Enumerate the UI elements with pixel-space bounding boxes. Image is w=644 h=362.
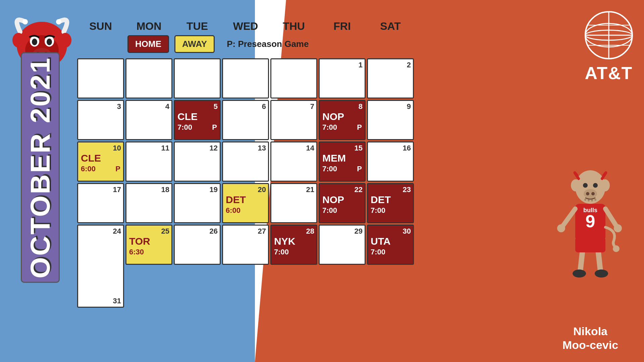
cal-cell: 25TOR6:30 (125, 225, 172, 265)
cell-team-25: TOR (129, 236, 170, 246)
cal-cell: 28NYK7:00 (270, 225, 317, 265)
svg-point-28 (584, 199, 586, 201)
cell-team-28: NYK (274, 236, 315, 246)
header-mon: MON (125, 20, 172, 33)
svg-point-27 (591, 192, 595, 195)
cell-day-30: 30 (403, 227, 411, 236)
cell-team-30: UTA (371, 236, 412, 246)
cell-day-25: 25 (161, 227, 169, 236)
mascot-area: 9 bulls NikolaMoo-cevic (547, 160, 634, 352)
header-sun: SUN (77, 20, 124, 33)
cal-cell: 20DET6:00 (222, 183, 269, 223)
cell-time-15: 7:00 (322, 165, 337, 173)
cell-day-4: 4 (165, 102, 169, 111)
cell-time-10: 6:00 (81, 165, 96, 173)
cell-day-8: 8 (359, 102, 363, 111)
cal-cell: 10CLE6:00P (77, 141, 124, 182)
cell-day-28: 28 (306, 227, 314, 236)
header-wed: WED (222, 20, 269, 33)
cal-cell: 16 (367, 141, 414, 182)
cal-cell: 5CLE7:00P (174, 100, 221, 140)
cell-time-23: 7:00 (371, 206, 385, 215)
cal-cell (174, 58, 221, 99)
svg-point-44 (613, 245, 620, 252)
cell-day-26: 26 (210, 227, 218, 236)
cal-cell: 15MEM7:00P (319, 141, 366, 182)
cell-team-8: NOP (322, 112, 363, 122)
cell-day-18: 18 (161, 185, 169, 194)
cell-team-15: MEM (322, 153, 363, 163)
mascot-illustration: 9 bulls (547, 160, 634, 321)
cal-cell: 14 (270, 141, 317, 182)
cell-time-row-22: 7:00 (322, 206, 362, 215)
svg-point-22 (600, 179, 610, 191)
svg-point-24 (593, 183, 598, 188)
legend: HOME AWAY P: Preseason Game (127, 35, 413, 53)
cell-day-27: 27 (258, 227, 266, 236)
cell-time-8: 7:00 (322, 123, 337, 132)
cell-time-row-10: 6:00P (81, 165, 120, 173)
cal-cell: 4 (125, 100, 172, 140)
cal-cell: 30UTA7:00 (367, 225, 414, 265)
svg-rect-41 (575, 237, 605, 252)
calendar: SUN MON TUE WED THU FRI SAT HOME AWAY P:… (77, 20, 413, 308)
svg-point-31 (594, 199, 596, 201)
cell-preseason-10: P (115, 165, 120, 173)
cal-cell: 21 (270, 183, 317, 223)
cell-time-row-30: 7:00 (371, 248, 410, 256)
cal-cell (270, 58, 317, 99)
header-thu: THU (270, 20, 317, 33)
cal-cell: 1 (319, 58, 366, 99)
cell-time-25: 6:30 (129, 248, 144, 256)
cell-team-22: NOP (322, 195, 363, 205)
cell-time-22: 7:00 (322, 206, 337, 215)
cal-cell: 12 (174, 141, 221, 182)
cell-time-row-5: 7:00P (177, 123, 217, 132)
cal-cell: 27 (222, 225, 269, 265)
day-headers: SUN MON TUE WED THU FRI SAT (77, 20, 413, 33)
cell-day-15: 15 (355, 144, 363, 153)
cal-cell: 17 (77, 183, 124, 223)
cell-time-row-25: 6:30 (129, 248, 169, 256)
cell-team-10: CLE (81, 153, 122, 163)
cell-time-row-20: 6:00 (226, 206, 265, 215)
main-content: OCTOBER 2021 SUN MON TUE WED THU FRI SAT… (0, 0, 644, 362)
cell-preseason-15: P (357, 165, 362, 173)
att-logo: AT&T (584, 10, 634, 83)
month-title-container: OCTOBER 2021 (17, 17, 64, 318)
svg-point-25 (584, 189, 597, 198)
cal-cell-double: 2431 (77, 225, 124, 308)
cal-cell: 13 (222, 141, 269, 182)
cell-day-5: 5 (214, 102, 218, 111)
cal-cell: 22NOP7:00 (319, 183, 366, 223)
cell-time-row-15: 7:00P (322, 165, 362, 173)
cell-time-20: 6:00 (226, 206, 240, 215)
cal-cell (77, 58, 124, 99)
cell-preseason-8: P (357, 123, 362, 132)
svg-text:bulls: bulls (583, 207, 597, 214)
svg-line-36 (605, 209, 617, 227)
cell-team-20: DET (226, 195, 267, 205)
cell-day-12: 12 (210, 144, 218, 153)
svg-point-21 (571, 179, 580, 191)
header-tue: TUE (174, 20, 221, 33)
cell-day-19: 19 (210, 185, 218, 194)
cell-day-24: 24 (113, 227, 121, 236)
cal-cell: 23DET7:00 (367, 183, 414, 223)
cell-day-7: 7 (310, 102, 314, 111)
svg-point-38 (614, 224, 622, 232)
att-name: AT&T (585, 63, 633, 83)
svg-text:9: 9 (586, 212, 595, 231)
cell-preseason-5: P (212, 123, 217, 132)
cal-cell: 2 (367, 58, 414, 99)
cal-cell: 19 (174, 183, 221, 223)
cell-time-30: 7:00 (371, 248, 385, 256)
svg-point-37 (557, 224, 565, 232)
cal-cell: 26 (174, 225, 221, 265)
cal-cell (222, 58, 269, 99)
cal-cell: 18 (125, 183, 172, 223)
svg-point-30 (591, 199, 593, 201)
cal-cell: 29 (319, 225, 366, 265)
cal-cell: 7 (270, 100, 317, 140)
cell-day-1: 1 (359, 61, 363, 69)
